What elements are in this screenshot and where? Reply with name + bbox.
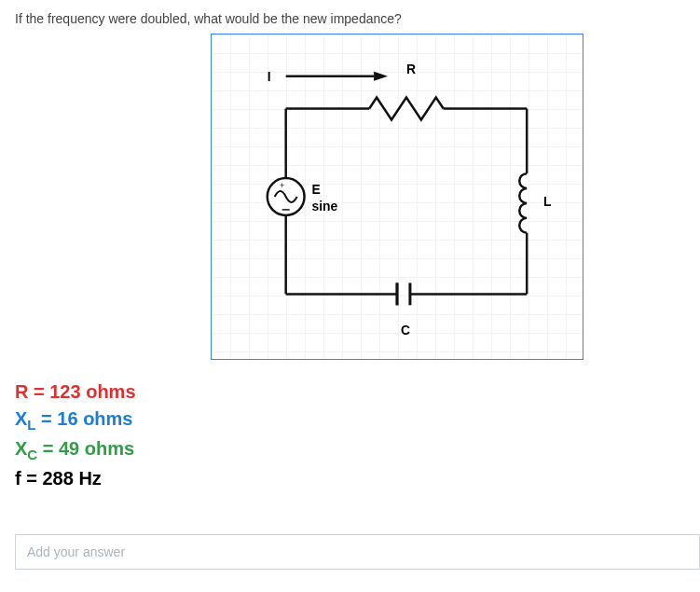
param-XL-symbol: X xyxy=(15,408,27,429)
param-R-unit: ohms xyxy=(86,381,135,402)
label-current: I xyxy=(268,69,271,84)
ac-plus: + xyxy=(280,180,285,190)
label-inductor: L xyxy=(543,194,552,209)
label-resistor: R xyxy=(406,62,416,76)
label-capacitor: C xyxy=(401,323,410,337)
param-f-value: 288 xyxy=(42,468,73,489)
param-R-value: 123 xyxy=(49,381,80,402)
param-XL: XL = 16 ohms xyxy=(15,406,685,435)
param-R: R = 123 ohms xyxy=(15,379,685,406)
answer-input[interactable] xyxy=(15,534,700,570)
param-R-symbol: R xyxy=(15,381,28,402)
circuit-diagram: I R + E sine xyxy=(211,34,583,360)
param-XC-sub: C xyxy=(27,447,37,462)
answer-row xyxy=(15,534,700,570)
current-arrow-head xyxy=(374,72,388,81)
label-source-e: E xyxy=(312,182,321,197)
inductor-icon xyxy=(519,173,527,233)
param-XL-unit: ohms xyxy=(83,408,132,429)
parameters-block: R = 123 ohms XL = 16 ohms XC = 49 ohms f… xyxy=(15,379,685,492)
param-XC-symbol: X xyxy=(15,438,27,459)
resistor-icon xyxy=(369,98,444,120)
param-XL-sub: L xyxy=(27,417,35,433)
question-text: If the frequency were doubled, what woul… xyxy=(15,11,685,26)
circuit-svg: I R + E sine xyxy=(212,34,583,359)
circuit-diagram-container: I R + E sine xyxy=(211,34,685,360)
param-XC-unit: ohms xyxy=(85,438,134,459)
param-XL-value: 16 xyxy=(57,408,77,429)
param-XC-value: 49 xyxy=(59,438,79,459)
param-f-unit: Hz xyxy=(78,468,101,489)
param-f: f = 288 Hz xyxy=(15,465,685,492)
label-source-sine: sine xyxy=(312,199,338,213)
param-f-symbol: f xyxy=(15,468,21,489)
param-XC: XC = 49 ohms xyxy=(15,435,685,465)
